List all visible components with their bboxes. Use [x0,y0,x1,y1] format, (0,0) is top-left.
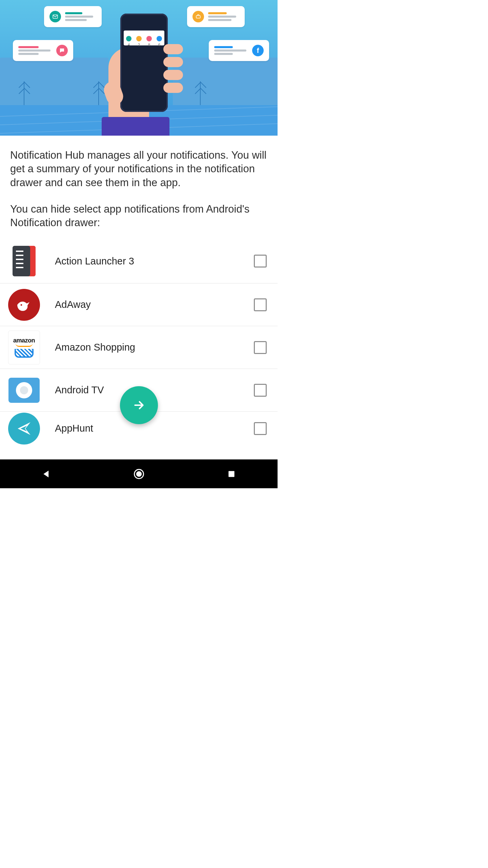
adaway-icon [8,289,40,321]
back-icon [41,469,52,479]
phone-notification-bar: 4 2 8 6 [124,31,164,45]
checkbox[interactable] [254,341,267,354]
phone-count: 8 [148,43,150,47]
onboarding-screen: 4 2 8 6 [0,0,278,488]
amazon-shopping-icon: amazon [8,332,40,363]
phone-count: 4 [128,43,130,47]
home-button[interactable] [129,464,149,484]
intro-paragraph-2: You can hide select app notifications fr… [10,202,267,230]
svg-rect-4 [228,471,234,477]
android-tv-icon [8,374,40,406]
speech-bubble [187,6,245,27]
apphunt-icon [8,413,40,445]
speech-bubble [13,40,73,61]
action-launcher-icon [8,245,40,277]
phone-count: 2 [138,43,140,47]
checkbox[interactable] [254,422,267,435]
app-row-adaway[interactable]: AdAway [0,283,278,326]
system-navigation-bar [0,459,278,488]
svg-point-3 [136,471,142,477]
phone-count: 6 [158,43,160,47]
recent-apps-icon [227,470,236,478]
briefcase-icon [192,11,204,22]
next-button[interactable] [120,386,158,424]
app-label: AppHunt [40,423,254,434]
svg-rect-1 [196,16,200,18]
app-label: Action Launcher 3 [40,256,254,267]
hand-holding-phone: 4 2 8 6 [102,14,183,136]
amazon-wordmark: amazon [13,337,35,344]
mail-icon [49,11,61,22]
app-row-action-launcher[interactable]: Action Launcher 3 [0,239,278,283]
speech-bubble [44,6,102,27]
app-row-amazon-shopping[interactable]: amazon Amazon Shopping [0,326,278,369]
checkbox[interactable] [254,255,267,268]
checkbox[interactable] [254,298,267,311]
back-button[interactable] [36,464,57,484]
app-label: AdAway [40,299,254,310]
speech-bubble: f [209,40,269,61]
hero-illustration: 4 2 8 6 [0,0,278,136]
phone-mock: 4 2 8 6 [120,14,168,112]
checkbox[interactable] [254,384,267,397]
recent-apps-button[interactable] [221,464,242,484]
home-icon [133,468,145,480]
f-icon: f [252,45,264,56]
intro-text: Notification Hub manages all your notifi… [0,136,278,239]
content-area: Notification Hub manages all your notifi… [0,136,278,459]
chat-icon [56,45,68,56]
app-label: Amazon Shopping [40,342,254,353]
intro-paragraph-1: Notification Hub manages all your notifi… [10,149,267,190]
arrow-right-icon [132,398,146,412]
